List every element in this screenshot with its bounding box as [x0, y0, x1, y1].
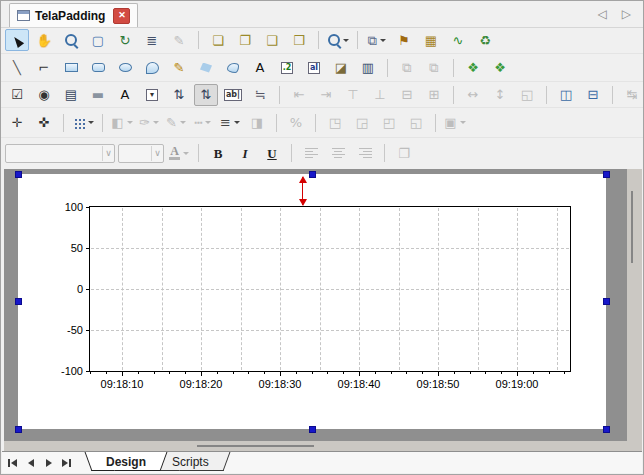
- scrollbar-control-button[interactable]: ⇅: [194, 84, 218, 106]
- group-button[interactable]: ⧉: [395, 57, 419, 79]
- display-object-button[interactable]: .2: [275, 57, 299, 79]
- font-color-button[interactable]: A: [167, 142, 191, 164]
- scale-object-button[interactable]: ▥: [356, 57, 380, 79]
- dropdown-caret-icon[interactable]: [127, 121, 133, 124]
- font-size-combo[interactable]: ∨: [118, 144, 164, 163]
- document-tab-telapadding[interactable]: TelaPadding ✕: [9, 3, 138, 27]
- database-table-button[interactable]: ▦: [419, 29, 443, 51]
- selection-handle-bottom-left[interactable]: [15, 426, 22, 433]
- textbox-object-button[interactable]: al: [302, 57, 326, 79]
- first-screen-button[interactable]: [5, 455, 20, 470]
- rectangle-shape-button[interactable]: [59, 57, 83, 79]
- recipe-object-button[interactable]: ♻: [473, 29, 497, 51]
- same-size-button[interactable]: ◱: [515, 84, 539, 106]
- zoom-tool-button[interactable]: [59, 29, 83, 51]
- dropdown-caret-icon[interactable]: [234, 121, 240, 124]
- text-align-left-button[interactable]: [299, 142, 323, 164]
- center-vertically-in-window-button[interactable]: ⊟: [581, 84, 605, 106]
- chart-gallery-button[interactable]: ∿: [446, 29, 470, 51]
- align-top-button[interactable]: ⊤: [341, 84, 365, 106]
- dropdown-caret-icon[interactable]: [180, 121, 186, 124]
- dropdown-caret-icon[interactable]: [205, 121, 211, 124]
- next-screen-button[interactable]: [41, 455, 56, 470]
- rounded-rectangle-shape-button[interactable]: [86, 57, 110, 79]
- close-tab-button[interactable]: ✕: [113, 8, 130, 24]
- bold-button[interactable]: B: [206, 142, 230, 164]
- same-width-button[interactable]: ↔: [461, 84, 485, 106]
- dropdown-caret-icon[interactable]: [343, 39, 349, 42]
- freehand-shape-button[interactable]: ✎: [167, 57, 191, 79]
- selection-handle-bottom-right[interactable]: [603, 426, 610, 433]
- zoom-region-tool-button[interactable]: ▢: [86, 29, 110, 51]
- combobox-control-button[interactable]: ▾: [140, 84, 164, 106]
- checkbox-control-button[interactable]: ☑: [5, 84, 29, 106]
- tab-design[interactable]: Design: [88, 452, 164, 471]
- same-height-button[interactable]: ↕: [488, 84, 512, 106]
- selection-handle-top-center[interactable]: [309, 171, 316, 178]
- nudge-move-button[interactable]: ✛: [5, 112, 29, 134]
- arc-shape-button[interactable]: [140, 57, 164, 79]
- center-vertical-button[interactable]: ⊟: [395, 84, 419, 106]
- curve-shape-button[interactable]: [221, 57, 245, 79]
- polygon-shape-button[interactable]: [194, 57, 218, 79]
- italic-button[interactable]: I: [233, 142, 257, 164]
- vertical-scrollbar-thumb[interactable]: [631, 191, 633, 263]
- pan-tool-button[interactable]: ✋: [32, 29, 56, 51]
- last-screen-button[interactable]: [59, 455, 74, 470]
- previous-screen-button[interactable]: [23, 455, 38, 470]
- increase-height-button[interactable]: ◳: [323, 112, 347, 134]
- select-tool-button[interactable]: [5, 29, 29, 51]
- brush-style-button[interactable]: ✑: [137, 112, 161, 134]
- selection-handle-bottom-center[interactable]: [309, 426, 316, 433]
- polyline-shape-button[interactable]: ⌐: [32, 57, 56, 79]
- line-color-button[interactable]: ✎: [164, 112, 188, 134]
- grid-settings-button[interactable]: [71, 112, 95, 134]
- textbox-control-button[interactable]: ab|: [221, 84, 245, 106]
- associate-tag-new-button[interactable]: ❖: [488, 57, 512, 79]
- percent-fill-button[interactable]: %: [284, 112, 308, 134]
- bring-to-front-button[interactable]: ❏: [206, 29, 230, 51]
- vertical-scrollbar[interactable]: [627, 169, 642, 454]
- combo-dropdown-icon[interactable]: ∨: [102, 146, 114, 161]
- underline-button[interactable]: U: [260, 142, 284, 164]
- align-left-button[interactable]: ⇤: [287, 84, 311, 106]
- selection-handle-top-left[interactable]: [15, 171, 22, 178]
- send-to-back-button[interactable]: ❐: [233, 29, 257, 51]
- decrease-width-button[interactable]: ◱: [404, 112, 428, 134]
- picture-object-button[interactable]: ◪: [329, 57, 353, 79]
- tab-order-button[interactable]: ≣: [140, 29, 164, 51]
- center-horizontal-button[interactable]: ⊞: [422, 84, 446, 106]
- increase-width-button[interactable]: ◰: [377, 112, 401, 134]
- dropdown-caret-icon[interactable]: [183, 152, 189, 155]
- line-style-button[interactable]: ┅: [191, 112, 215, 134]
- trend-chart-object[interactable]: 100500-50-10009:18:1009:18:2009:18:3009:…: [89, 206, 571, 372]
- combo-dropdown-icon[interactable]: ∨: [151, 146, 163, 161]
- space-evenly-across-button[interactable]: ↹: [620, 84, 644, 106]
- tab-scroll-right-icon[interactable]: ▷: [622, 6, 631, 22]
- edit-points-button[interactable]: ✎: [167, 29, 191, 51]
- text-align-right-button[interactable]: [353, 142, 377, 164]
- associate-tag-button[interactable]: ❖: [461, 57, 485, 79]
- line-width-button[interactable]: ≡: [218, 112, 242, 134]
- text-align-center-button[interactable]: [326, 142, 350, 164]
- dropdown-caret-icon[interactable]: [153, 121, 159, 124]
- nudge-resize-button[interactable]: ✜: [32, 112, 56, 134]
- zoom-level-button[interactable]: [326, 29, 350, 51]
- snap-to-grid-button[interactable]: ▣: [443, 112, 467, 134]
- send-backward-button[interactable]: ❒: [287, 29, 311, 51]
- ungroup-button[interactable]: ⧉: [422, 57, 446, 79]
- line-shape-button[interactable]: ╲: [5, 57, 29, 79]
- selection-handle-middle-right[interactable]: [603, 298, 610, 305]
- align-bottom-button[interactable]: ⊥: [368, 84, 392, 106]
- dropdown-caret-icon[interactable]: [88, 121, 94, 124]
- frame-control-button[interactable]: ≒: [248, 84, 272, 106]
- center-horizontally-in-window-button[interactable]: ◫: [554, 84, 578, 106]
- decrease-height-button[interactable]: ◲: [350, 112, 374, 134]
- fill-color-button[interactable]: ◧: [110, 112, 134, 134]
- rotate-tool-button[interactable]: ↻: [113, 29, 137, 51]
- tab-scroll-left-icon[interactable]: ◁: [598, 6, 607, 22]
- label-control-button[interactable]: A: [113, 84, 137, 106]
- ellipse-shape-button[interactable]: [113, 57, 137, 79]
- group-objects-button[interactable]: ⧉: [365, 29, 389, 51]
- commandbutton-control-button[interactable]: ▬: [86, 84, 110, 106]
